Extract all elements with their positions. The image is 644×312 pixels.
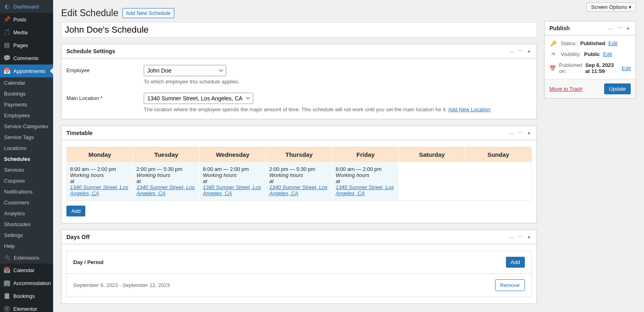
- day-off-period: September 9, 2023 - September 12, 2023: [73, 282, 170, 288]
- submenu-service-tags[interactable]: Service Tags: [0, 132, 53, 143]
- pin-icon: 📌: [3, 16, 10, 23]
- submenu-shortcodes[interactable]: Shortcodes: [0, 219, 53, 230]
- menu-label: Appointments: [13, 68, 45, 74]
- timetable-grid: Monday 8:00 am — 2:00 pm Working hours a…: [66, 147, 532, 201]
- menu-label: Elementor: [13, 306, 37, 312]
- submenu-schedules[interactable]: Schedules: [0, 154, 53, 164]
- submenu-extensions[interactable]: 🔌Extensions: [0, 252, 53, 264]
- submenu-bookings[interactable]: Bookings: [0, 88, 53, 99]
- menu-comments[interactable]: 💬Comments: [0, 52, 53, 64]
- dashboard-icon: ◐: [3, 3, 10, 10]
- submenu-services[interactable]: Services: [0, 164, 53, 175]
- move-up-icon[interactable]: ︿: [508, 48, 516, 55]
- menu-calendar[interactable]: 📅Calendar: [0, 264, 53, 277]
- timetable-cell[interactable]: 8:00 am — 2:00 pm Working hours at 1340 …: [332, 162, 398, 200]
- menu-elementor[interactable]: ⓔElementor: [0, 302, 53, 312]
- toggle-panel-icon[interactable]: ▴: [526, 48, 532, 55]
- day-header: Saturday: [399, 147, 465, 162]
- move-up-icon[interactable]: ︿: [508, 233, 516, 241]
- submenu-locations[interactable]: Locations: [0, 143, 53, 154]
- move-to-trash-link[interactable]: Move to Trash: [549, 86, 582, 92]
- edit-visibility-link[interactable]: Edit: [603, 51, 612, 57]
- employee-select[interactable]: John Doe: [144, 65, 226, 76]
- timetable-cell[interactable]: 2:00 pm — 5:30 pm Working hours at 1340 …: [133, 162, 199, 200]
- post-title-input[interactable]: [61, 22, 537, 37]
- location-link[interactable]: 1340 Sumner Street, Los Angeles, CA: [70, 184, 128, 196]
- comment-icon: 💬: [3, 54, 10, 62]
- edit-status-link[interactable]: Edit: [609, 40, 617, 46]
- days-off-header-label: Day / Period: [73, 259, 103, 265]
- timetable-cell[interactable]: 8:00 am — 2:00 pm Working hours at 1340 …: [200, 162, 266, 200]
- update-button[interactable]: Update: [604, 83, 631, 94]
- timetable-cell[interactable]: [465, 162, 531, 194]
- location-link[interactable]: 1340 Sumner Street, Los Angeles, CA: [269, 184, 328, 196]
- status-value: Published: [580, 40, 605, 46]
- menu-label: Accommodation: [13, 280, 51, 286]
- toggle-panel-icon[interactable]: ▴: [625, 25, 631, 32]
- move-down-icon[interactable]: ﹀: [616, 25, 624, 32]
- media-icon: 🎵: [3, 29, 10, 36]
- submenu-coupons[interactable]: Coupons: [0, 175, 53, 186]
- move-up-icon[interactable]: ︿: [508, 129, 516, 137]
- admin-sidebar: ◐Dashboard 📌Posts 🎵Media ▤Pages 💬Comment…: [0, 0, 53, 312]
- move-down-icon[interactable]: ﹀: [517, 48, 525, 55]
- add-timetable-button[interactable]: Add: [66, 206, 85, 216]
- employee-label: Employee: [66, 65, 134, 85]
- panel-title: Schedule Settings: [66, 48, 115, 54]
- day-header: Friday: [332, 147, 398, 162]
- building-icon: 🏢: [3, 279, 10, 287]
- plugin-icon: 🔌: [4, 254, 11, 261]
- location-help: The location where the employee spends t…: [144, 106, 532, 112]
- menu-label: Media: [13, 29, 27, 35]
- day-header: Thursday: [266, 147, 332, 162]
- days-off-panel: Days Off ︿ ﹀ ▴ Day / Period Add Septembe…: [61, 230, 537, 304]
- submenu-help[interactable]: Help: [0, 241, 53, 252]
- submenu-analytics[interactable]: Analytics: [0, 208, 53, 219]
- timetable-column-monday: Monday 8:00 am — 2:00 pm Working hours a…: [67, 147, 133, 200]
- timetable-cell[interactable]: [399, 162, 465, 194]
- location-link[interactable]: 1340 Sumner Street, Los Angeles, CA: [136, 184, 195, 196]
- submenu-employees[interactable]: Employees: [0, 110, 53, 121]
- edit-date-link[interactable]: Edit: [622, 65, 631, 71]
- menu-label: Comments: [13, 55, 39, 61]
- main-content: Screen Options▾ Edit Schedule Add New Sc…: [53, 0, 644, 312]
- menu-posts[interactable]: 📌Posts: [0, 13, 53, 26]
- menu-label: Bookings: [13, 293, 35, 299]
- location-link[interactable]: 1340 Sumner Street, Los Angeles, CA: [203, 184, 261, 196]
- move-up-icon[interactable]: ︿: [607, 25, 615, 32]
- add-new-schedule-button[interactable]: Add New Schedule: [122, 8, 174, 18]
- move-down-icon[interactable]: ﹀: [517, 233, 525, 241]
- menu-media[interactable]: 🎵Media: [0, 26, 53, 39]
- menu-dashboard[interactable]: ◐Dashboard: [0, 0, 53, 13]
- move-down-icon[interactable]: ﹀: [517, 129, 525, 137]
- remove-day-off-button[interactable]: Remove: [495, 279, 525, 291]
- submenu-settings[interactable]: Settings: [0, 230, 53, 241]
- calendar-icon: 📅: [549, 65, 556, 71]
- page-title: Edit Schedule Add New Schedule: [61, 4, 537, 22]
- timetable-cell[interactable]: 8:00 am — 2:00 pm Working hours at 1340 …: [67, 162, 133, 200]
- calendar-icon: 📅: [3, 67, 10, 75]
- add-day-off-button[interactable]: Add: [506, 257, 525, 268]
- day-header: Wednesday: [200, 147, 266, 162]
- screen-options-button[interactable]: Screen Options▾: [586, 2, 636, 12]
- appointments-submenu: Calendar Bookings Payments Employees Ser…: [0, 77, 53, 264]
- menu-pages[interactable]: ▤Pages: [0, 39, 53, 52]
- menu-appointments[interactable]: 📅Appointments: [0, 64, 53, 77]
- toggle-panel-icon[interactable]: ▴: [526, 129, 532, 137]
- menu-accommodation[interactable]: 🏢Accommodation: [0, 277, 53, 289]
- timetable-cell[interactable]: 2:00 pm — 5:30 pm Working hours at 1340 …: [266, 162, 332, 200]
- add-location-link[interactable]: Add New Location: [448, 106, 491, 112]
- toggle-panel-icon[interactable]: ▴: [526, 233, 532, 241]
- day-header: Monday: [67, 147, 133, 162]
- submenu-notifications[interactable]: Notifications: [0, 186, 53, 197]
- submenu-service-categories[interactable]: Service Categories: [0, 121, 53, 132]
- employee-help: To which employee this schedule applies.: [144, 79, 532, 85]
- location-link[interactable]: 1340 Sumner Street, Los Angeles, CA: [336, 184, 394, 196]
- menu-bookings[interactable]: 📋Bookings: [0, 289, 53, 302]
- submenu-payments[interactable]: Payments: [0, 99, 53, 110]
- timetable-column-saturday: Saturday: [399, 147, 465, 200]
- submenu-customers[interactable]: Customers: [0, 197, 53, 208]
- submenu-calendar[interactable]: Calendar: [0, 77, 53, 88]
- schedule-settings-panel: Schedule Settings ︿ ﹀ ▴ Employee John Do…: [61, 44, 537, 119]
- main-location-select[interactable]: 1340 Sumner Street, Los Angeles, CA: [144, 93, 253, 104]
